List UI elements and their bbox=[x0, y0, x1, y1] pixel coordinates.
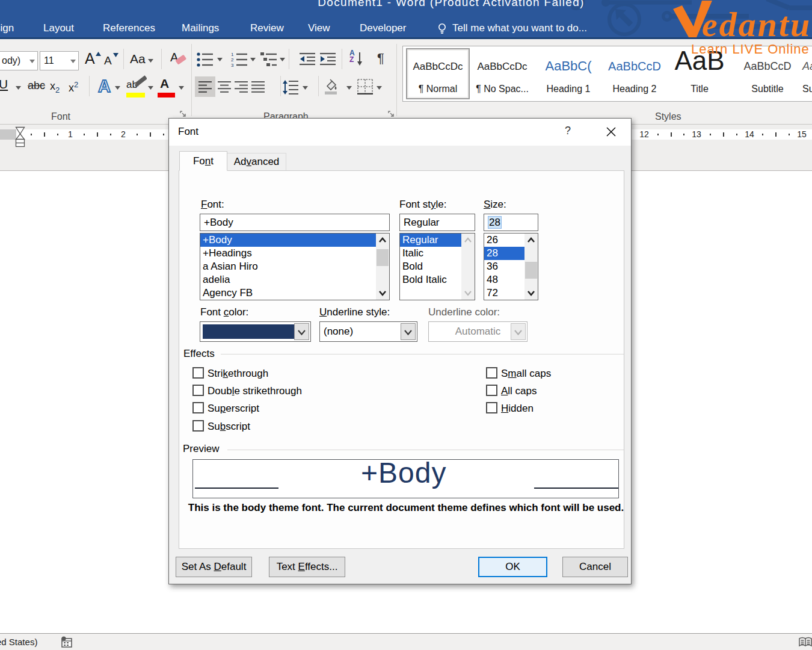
svg-text:1: 1 bbox=[231, 52, 234, 57]
svg-text:A: A bbox=[98, 76, 111, 95]
svg-text:edantu: edantu bbox=[702, 5, 811, 44]
svg-text:2: 2 bbox=[231, 57, 234, 63]
svg-text:3: 3 bbox=[231, 63, 234, 67]
